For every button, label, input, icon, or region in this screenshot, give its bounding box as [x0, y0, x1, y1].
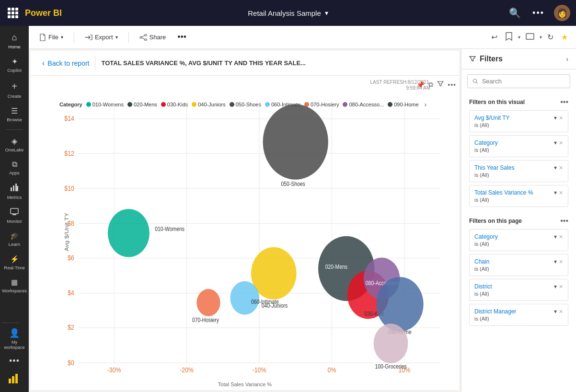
visual-filters-more[interactable]: ••• [560, 98, 568, 106]
undo-button[interactable]: ↩ [489, 30, 500, 44]
report-title-container: Retail Analysis Sample ▾ [248, 9, 328, 17]
filter-cat-chevron[interactable]: ▾ [554, 139, 557, 146]
filter-cat-value: is (All) [474, 147, 563, 153]
bubble-womens[interactable] [108, 209, 150, 257]
sidebar-divider-1 [6, 129, 23, 130]
share-button[interactable]: Share [135, 31, 171, 43]
sidebar-label-home: Home [8, 44, 20, 49]
main-layout: ⌂ Home ✦ Copilot + Create ☰ Browse ◈ One… [0, 26, 576, 392]
my-workspace-icon: 👤 [9, 328, 20, 338]
svg-text:$2: $2 [68, 324, 74, 332]
filter-district-manager: District Manager ▾ ✕ is (All) [469, 304, 568, 326]
filter-icon-btn[interactable] [436, 80, 445, 90]
filter-dm-clear[interactable]: ✕ [559, 309, 563, 315]
share-icon [139, 34, 147, 41]
filter-avg-clear[interactable]: ✕ [559, 115, 563, 121]
filters-expand-button[interactable]: › [566, 55, 568, 63]
sidebar-item-learn[interactable]: 🎓 Learn [2, 229, 27, 250]
filter-tys-chevron[interactable]: ▾ [554, 164, 557, 171]
file-button[interactable]: File ▾ [35, 31, 68, 44]
bubble-intimate[interactable] [230, 281, 259, 315]
bubble-home[interactable] [376, 277, 423, 332]
sidebar-item-home[interactable]: ⌂ Home [2, 30, 27, 52]
filters-search-input[interactable] [482, 78, 565, 85]
filter-tsv-chevron[interactable]: ▾ [554, 189, 557, 196]
learn-icon: 🎓 [10, 231, 19, 240]
filter-district: District ▾ ✕ is (All) [469, 279, 568, 301]
svg-text:$0: $0 [68, 359, 74, 367]
realtime-icon: ⚡ [10, 255, 19, 264]
filter-district-chevron[interactable]: ▾ [554, 283, 557, 290]
bookmark-chevron[interactable]: ▾ [518, 35, 520, 40]
filter-tsv-actions: ▾ ✕ [554, 189, 563, 196]
search-nav-button[interactable]: 🔍 [507, 5, 523, 21]
svg-text:$12: $12 [64, 150, 74, 157]
sidebar-item-apps[interactable]: ⧉ Apps [2, 157, 27, 178]
more-chart-btn[interactable]: ••• [447, 80, 457, 90]
bubble-hosiery[interactable] [196, 289, 220, 316]
content-area: File ▾ Export ▾ Share ••• ↩ ▾ [29, 26, 576, 392]
filter-tys-clear[interactable]: ✕ [559, 165, 563, 171]
sidebar-item-realtime[interactable]: ⚡ Real-Time [2, 252, 27, 273]
bubble-groceries[interactable] [374, 323, 408, 363]
back-to-report-button[interactable]: ‹ Back to report [36, 56, 95, 70]
refresh-button[interactable]: ↻ [545, 30, 556, 44]
svg-rect-2 [15, 184, 17, 191]
filters-on-page-section: Filters on this page ••• Category ▾ ✕ is… [461, 212, 576, 331]
sidebar-label-create: Create [8, 93, 22, 99]
grid-icon [8, 8, 18, 18]
filter-tsv-header: Total Sales Variance % ▾ ✕ [474, 189, 563, 196]
filter-category-page-header: Category ▾ ✕ [474, 233, 563, 240]
filter-chain-clear[interactable]: ✕ [559, 259, 563, 265]
filter-cat-page-clear[interactable]: ✕ [559, 234, 563, 240]
sidebar-item-create[interactable]: + Create [2, 78, 27, 102]
sidebar-label-monitor: Monitor [7, 219, 22, 224]
svg-rect-14 [526, 34, 534, 39]
copy-icon-btn[interactable]: ⧉ [427, 80, 434, 90]
filters-search-container[interactable] [467, 74, 570, 88]
view-mode-button[interactable] [523, 31, 537, 44]
bookmark-button[interactable] [503, 30, 515, 45]
home-icon: ⌂ [12, 33, 17, 43]
filter-cat-clear[interactable]: ✕ [559, 140, 563, 146]
sidebar-item-browse[interactable]: ☰ Browse [2, 104, 27, 125]
user-avatar[interactable]: 👩 [554, 5, 570, 21]
svg-text:060-Intimate: 060-Intimate [251, 299, 279, 305]
filter-avg-unit-ty: Avg $/Unit TY ▾ ✕ is (All) [469, 110, 568, 132]
filters-header: Filters › [461, 49, 576, 69]
sidebar-item-copilot[interactable]: ✦ Copilot [2, 54, 27, 76]
filter-cat-page-chevron[interactable]: ▾ [554, 233, 557, 240]
filter-tsv-clear[interactable]: ✕ [559, 190, 563, 196]
chart-panel: ‹ Back to report TOTAL SALES VARIANCE %,… [31, 51, 459, 390]
filter-dm-chevron[interactable]: ▾ [554, 308, 557, 315]
page-filters-more[interactable]: ••• [560, 217, 568, 225]
toolbar-separator-2 [128, 32, 129, 43]
svg-rect-0 [11, 187, 12, 191]
svg-text:$14: $14 [64, 115, 74, 123]
left-sidebar: ⌂ Home ✦ Copilot + Create ☰ Browse ◈ One… [0, 26, 29, 392]
more-options-nav-button[interactable]: ••• [530, 6, 546, 20]
grid-menu-button[interactable] [6, 6, 20, 20]
copilot-icon: ✦ [12, 57, 18, 66]
sidebar-item-myworkspace[interactable]: 👤 Myworkspace [2, 325, 27, 353]
sidebar-divider-2 [2, 323, 19, 323]
sidebar-item-powerbi[interactable] [2, 369, 27, 388]
sidebar-item-onelake[interactable]: ◈ OneLake [2, 134, 27, 155]
sidebar-item-more[interactable]: ••• [2, 353, 27, 369]
favorite-button[interactable]: ★ [559, 30, 570, 44]
filter-category-visual: Category ▾ ✕ is (All) [469, 135, 568, 157]
filter-chain-chevron[interactable]: ▾ [554, 258, 557, 265]
filters-search-icon [472, 78, 478, 84]
filter-district-clear[interactable]: ✕ [559, 284, 563, 290]
report-title-chevron[interactable]: ▾ [325, 9, 328, 17]
more-toolbar-button[interactable]: ••• [174, 30, 189, 45]
export-button[interactable]: Export ▾ [80, 31, 123, 43]
svg-rect-7 [12, 376, 14, 383]
sidebar-item-workspaces[interactable]: ▦ Workspaces [2, 275, 27, 296]
filter-avg-chevron[interactable]: ▾ [554, 115, 557, 121]
bubble-shoes[interactable] [263, 104, 328, 179]
sidebar-item-monitor[interactable]: Monitor [2, 205, 27, 227]
pin-icon-btn[interactable]: 📌 [415, 80, 426, 90]
view-chevron[interactable]: ▾ [540, 35, 542, 40]
sidebar-item-metrics[interactable]: Metrics [2, 180, 27, 203]
